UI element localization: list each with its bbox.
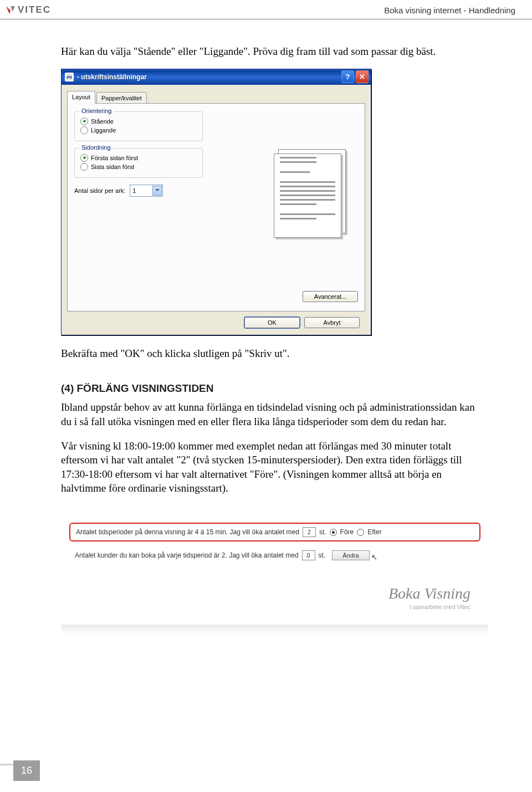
radio-label: Stående	[91, 118, 114, 125]
printer-icon	[65, 73, 74, 81]
tab-layout[interactable]: Layout	[67, 91, 95, 104]
customers-input[interactable]: 0	[302, 550, 315, 560]
chevron-down-icon	[152, 186, 162, 196]
radio-label: Liggande	[91, 127, 116, 134]
admin-panel-figure: Antalet tidsperioder på denna visning är…	[61, 505, 489, 635]
periods-text-b: st.	[319, 528, 326, 536]
pages-per-sheet-label: Antal sidor per ark:	[74, 187, 125, 194]
section-heading: (4) FÖRLÄNG VISNINGSTIDEN	[61, 382, 488, 395]
pages-per-sheet-select[interactable]: 1	[130, 185, 163, 197]
radio-label: Sista sidan först	[91, 163, 134, 170]
confirm-paragraph: Bekräfta med "OK" och klicka slutligen p…	[61, 346, 488, 361]
periods-text-a: Antalet tidsperioder på denna visning är…	[76, 528, 299, 536]
cancel-button[interactable]: Avbryt	[304, 317, 360, 328]
vitec-logo: VITEC	[6, 4, 51, 16]
tab-paper-quality[interactable]: Papper/kvalitet	[96, 92, 147, 104]
select-value: 1	[132, 187, 136, 194]
intro-paragraph: Här kan du välja "Stående" eller "Liggan…	[61, 44, 488, 59]
page-order-legend: Sidordning	[79, 144, 113, 151]
radio-icon	[80, 126, 88, 134]
radio-label: Första sidan först	[91, 155, 138, 161]
logo-mark-icon	[6, 5, 16, 15]
tab-strip: Layout Papper/kvalitet	[67, 91, 365, 104]
label-after: Efter	[367, 528, 381, 536]
tab-panel-layout: Orientering Stående Liggande Sidordning	[67, 103, 365, 311]
advanced-button[interactable]: Avancerat...	[303, 291, 358, 302]
radio-before[interactable]	[330, 529, 337, 536]
label-before: Före	[340, 528, 354, 536]
radio-landscape[interactable]: Liggande	[80, 126, 197, 134]
doc-title: Boka visning internet - Handledning	[384, 6, 515, 15]
radio-first-page-first[interactable]: Första sidan först	[80, 154, 197, 162]
customers-text-b: st.	[319, 551, 326, 559]
page-order-group: Sidordning Första sidan först Sista sida…	[74, 148, 203, 178]
section-p1: Ibland uppstår behov av att kunna förlän…	[61, 400, 488, 428]
boka-visning-logo: Boka Visning	[388, 585, 470, 602]
orientation-group: Orientering Stående Liggande	[74, 111, 203, 141]
radio-portrait[interactable]: Stående	[80, 117, 197, 125]
svg-rect-1	[68, 74, 71, 76]
close-button[interactable]: ✕	[356, 70, 369, 83]
page-number: 16	[13, 760, 40, 781]
section-p2: Vår visning kl 18:00-19:00 kommer med ex…	[61, 439, 488, 496]
change-button[interactable]: Ändra	[332, 550, 369, 560]
cursor-icon: ↖	[371, 553, 377, 561]
orientation-legend: Orientering	[79, 108, 114, 114]
extend-periods-row: Antalet tidsperioder på denna visning är…	[69, 523, 480, 541]
help-button[interactable]: ?	[341, 70, 354, 83]
ok-button[interactable]: OK	[244, 317, 300, 328]
radio-icon	[80, 117, 88, 125]
periods-input[interactable]: 2	[303, 527, 316, 537]
radio-after[interactable]	[357, 529, 364, 536]
page-header: VITEC Boka visning internet - Handlednin…	[0, 0, 532, 19]
radio-last-page-first[interactable]: Sista sidan först	[80, 163, 197, 171]
radio-icon	[80, 154, 88, 162]
logo-text: VITEC	[18, 4, 51, 16]
page-preview	[270, 147, 348, 241]
radio-icon	[80, 163, 88, 171]
dialog-title: - utskriftsinställningar	[77, 73, 338, 81]
extend-customers-row: Antalet kunder du kan boka på varje tids…	[69, 548, 480, 563]
boka-visning-subtitle: I samarbete med Vitec	[410, 604, 470, 610]
panel-shadow	[62, 625, 488, 635]
print-settings-dialog: - utskriftsinställningar ? ✕ Layout Papp…	[61, 69, 371, 335]
dialog-titlebar: - utskriftsinställningar ? ✕	[62, 69, 371, 85]
customers-text-a: Antalet kunder du kan boka på varje tids…	[75, 551, 299, 559]
svg-rect-2	[68, 78, 71, 80]
